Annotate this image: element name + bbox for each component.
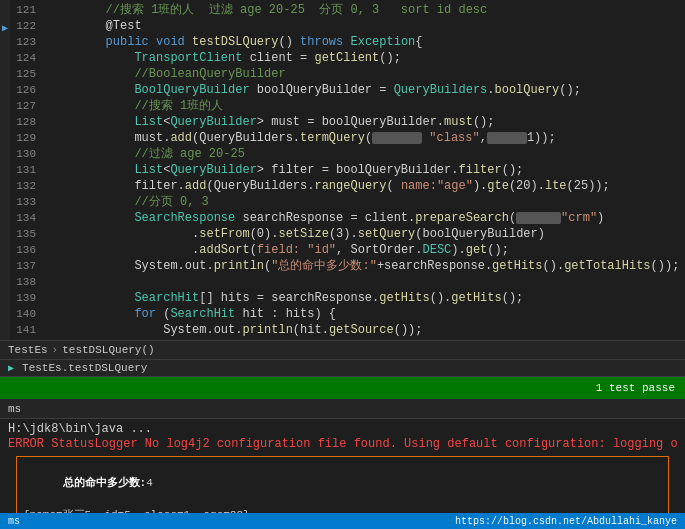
line-number: 139 [10,290,48,306]
code-line: 125 //BooleanQueryBuilder [10,66,685,82]
status-bar: ms https://blog.csdn.net/Abdullahi_kanye [0,513,685,529]
line-number: 127 [10,98,48,114]
breadcrumb-method: testDSLQuery() [62,344,154,356]
editor-area: ▶ 121 //搜索 1班的人 过滤 age 20-25 分页 0, 3 sor… [0,0,685,340]
code-line: 137 System.out.println("总的命中多少数:"+search… [10,258,685,274]
code-line: 132 filter.add(QueryBuilders.rangeQuery(… [10,178,685,194]
breadcrumb-class: TestEs [8,344,48,356]
line-number: 132 [10,178,48,194]
line-number: 138 [10,274,48,290]
code-line: 141 System.out.println(hit.getSource()); [10,322,685,338]
line-number: 134 [10,210,48,226]
test-bar: 1 test passe [0,377,685,399]
line-number: 125 [10,66,48,82]
result-label: 总的命中多少数: [63,477,147,489]
line-number: 137 [10,258,48,274]
code-line: 127 //搜索 1班的人 [10,98,685,114]
bottom-toolbar: ms [0,399,685,419]
line-content: //搜索 1班的人 [48,98,685,114]
code-line: 142 } [10,338,685,340]
line-number: 141 [10,322,48,338]
code-line: 140 for (SearchHit hit : hits) { [10,306,685,322]
result-value: 4 [146,477,153,489]
code-line: 133 //分页 0, 3 [10,194,685,210]
code-line: 131 List<QueryBuilder> filter = boolQuer… [10,162,685,178]
console-error-line: ERROR StatusLogger No log4j2 configurati… [8,437,677,452]
line-content: System.out.println(hit.getSource()); [48,322,685,338]
line-content: .setFrom(0).setSize(3).setQuery(boolQuer… [48,226,685,242]
line-content: @Test [48,18,685,34]
line-content: .addSort(field: "id", SortOrder.DESC).ge… [48,242,685,258]
line-number: 140 [10,306,48,322]
line-number: 129 [10,130,48,146]
line-number: 131 [10,162,48,178]
code-line: 134 SearchResponse searchResponse = clie… [10,210,685,226]
line-content: //搜索 1班的人 过滤 age 20-25 分页 0, 3 sort id d… [48,2,685,18]
run-tab-bar: ▶ TestEs.testDSLQuery [0,360,685,377]
line-content: List<QueryBuilder> filter = boolQueryBui… [48,162,685,178]
status-right: https://blog.csdn.net/Abdullahi_kanye [455,516,677,527]
test-pass-text: 1 test passe [596,382,675,394]
line-number: 128 [10,114,48,130]
line-content: TransportClient client = getClient(); [48,50,685,66]
run-icon: ▶ [8,362,14,374]
status-left: ms [8,516,20,527]
status-ms: ms [8,516,20,527]
code-line: 135 .setFrom(0).setSize(3).setQuery(bool… [10,226,685,242]
line-content: SearchResponse searchResponse = client.p… [48,210,685,226]
line-number: 123 [10,34,48,50]
line-content: System.out.println("总的命中多少数:"+searchResp… [48,258,685,274]
code-lines: 121 //搜索 1班的人 过滤 age 20-25 分页 0, 3 sort … [10,0,685,340]
code-line: 126 BoolQueryBuilder boolQueryBuilder = … [10,82,685,98]
code-line: 123 public void testDSLQuery() throws Ex… [10,34,685,50]
code-line: 130 //过滤 age 20-25 [10,146,685,162]
line-content: filter.add(QueryBuilders.rangeQuery( nam… [48,178,685,194]
line-number: 136 [10,242,48,258]
line-content [48,274,685,290]
line-number: 121 [10,2,48,18]
console-label: ms [8,403,21,415]
arrow-icon: ▶ [2,22,8,34]
run-tab-label: TestEs.testDSLQuery [22,362,147,374]
code-line: 128 List<QueryBuilder> must = boolQueryB… [10,114,685,130]
line-content: must.add(QueryBuilders.termQuery( "class… [48,130,685,146]
code-line: 129 must.add(QueryBuilders.termQuery( "c… [10,130,685,146]
line-number: 126 [10,82,48,98]
line-content: List<QueryBuilder> must = boolQueryBuild… [48,114,685,130]
status-url: https://blog.csdn.net/Abdullahi_kanye [455,516,677,527]
code-line: 121 //搜索 1班的人 过滤 age 20-25 分页 0, 3 sort … [10,2,685,18]
line-number: 135 [10,226,48,242]
line-number: 142 [10,338,48,340]
code-line: 124 TransportClient client = getClient()… [10,50,685,66]
line-number: 130 [10,146,48,162]
line-content: for (SearchHit hit : hits) { [48,306,685,322]
code-line: 136 .addSort(field: "id", SortOrder.DESC… [10,242,685,258]
breadcrumb-bar: TestEs › testDSLQuery() [0,340,685,360]
line-content: //分页 0, 3 [48,194,685,210]
code-line: 122 @Test [10,18,685,34]
breadcrumb-sep1: › [52,344,59,356]
line-content: SearchHit[] hits = searchResponse.getHit… [48,290,685,306]
left-gutter: ▶ [0,0,10,340]
code-line: 139 SearchHit[] hits = searchResponse.ge… [10,290,685,306]
line-content: public void testDSLQuery() throws Except… [48,34,685,50]
line-number: 124 [10,50,48,66]
line-content: //BooleanQueryBuilder [48,66,685,82]
line-number: 122 [10,18,48,34]
line-content: BoolQueryBuilder boolQueryBuilder = Quer… [48,82,685,98]
line-content: //过滤 age 20-25 [48,146,685,162]
result-count-line: 总的命中多少数:4 [23,459,662,507]
line-number: 133 [10,194,48,210]
console-path-line: H:\jdk8\bin\java ... [8,422,677,437]
code-line: 138 [10,274,685,290]
line-content: } [48,338,685,340]
